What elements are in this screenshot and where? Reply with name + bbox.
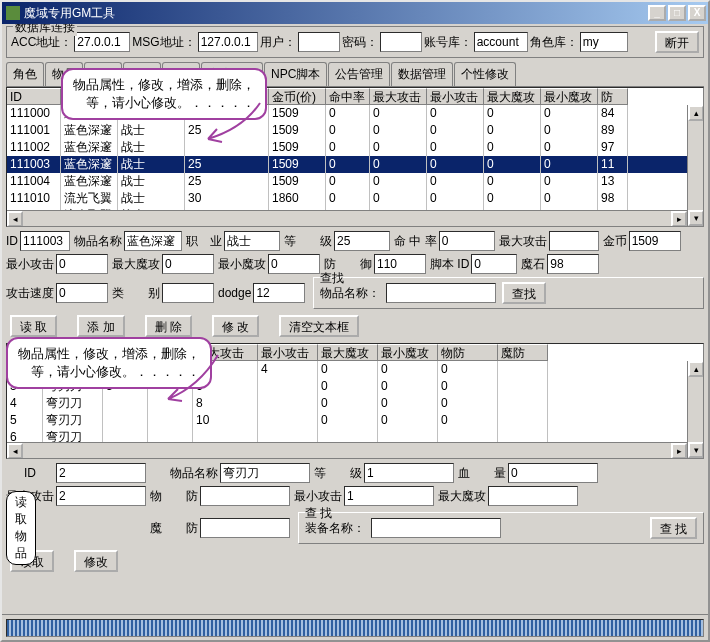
fld-def[interactable]	[374, 254, 426, 274]
col-header[interactable]: 物防	[438, 344, 498, 361]
fld-maxatk-lbl: 最大攻击	[499, 233, 547, 250]
fld-ms-lbl: 魔石	[521, 256, 545, 273]
f2-lv[interactable]	[364, 463, 454, 483]
f2-minatk-lbl: 最小攻击	[294, 488, 342, 505]
scroll-up-icon[interactable]: ▴	[688, 361, 704, 377]
disconnect-button[interactable]: 断开	[655, 31, 699, 53]
add-button[interactable]: 添 加	[77, 315, 124, 337]
f2-minatk[interactable]	[344, 486, 434, 506]
close-button[interactable]: X	[688, 5, 706, 21]
f2-maxatk[interactable]	[56, 486, 146, 506]
scroll-left-icon[interactable]: ◂	[7, 211, 23, 227]
table-row[interactable]: 111001蓝色深邃战士2515090000089	[7, 122, 703, 139]
scroll-down-icon[interactable]: ▾	[688, 210, 704, 226]
msg-label: MSG地址：	[132, 34, 195, 51]
scroll-up-icon[interactable]: ▴	[688, 105, 704, 121]
equip-fields: ID 物品名称 等 级 血 量 最大攻击 物 防 最小攻击 最大魔攻 最小 读取…	[6, 459, 704, 548]
fld-maxmat[interactable]	[162, 254, 214, 274]
fld-type-lbl: 类 别	[112, 285, 160, 302]
table-row[interactable]: 5弯刃刀10000	[7, 412, 703, 429]
tab-8[interactable]: 数据管理	[391, 62, 453, 86]
fld-spd[interactable]	[56, 283, 108, 303]
col-header[interactable]: 最大魔攻	[484, 88, 541, 105]
scroll-right-icon[interactable]: ▸	[671, 211, 687, 227]
modify-button[interactable]: 修 改	[212, 315, 259, 337]
find2-input[interactable]	[371, 518, 501, 538]
col-header[interactable]: 命中率	[326, 88, 370, 105]
scroll-down-icon[interactable]: ▾	[688, 442, 704, 458]
callout-2: 物品属性，修改，增添，删除， 等，请小心修改。．．．．．	[6, 337, 212, 389]
fld-job-lbl: 职 业	[186, 233, 222, 250]
table-row[interactable]: 111010流光飞翼战士3018600000098	[7, 190, 703, 207]
fld-gold[interactable]	[629, 231, 681, 251]
modify2-button[interactable]: 修改	[74, 550, 118, 572]
fld-ms[interactable]	[547, 254, 599, 274]
scroll-right-icon[interactable]: ▸	[671, 443, 687, 459]
col-header[interactable]: 最小魔攻	[541, 88, 598, 105]
fld-minmat-lbl: 最小魔攻	[218, 256, 266, 273]
statusbar	[2, 614, 708, 640]
find-grp-lbl: 查找	[320, 270, 344, 287]
fld-name[interactable]	[124, 231, 182, 251]
col-header[interactable]: 最小魔攻	[378, 344, 438, 361]
pwd-label: 密码：	[342, 34, 378, 51]
f2-mdef[interactable]	[200, 518, 290, 538]
fld-minatk[interactable]	[56, 254, 108, 274]
fld-id[interactable]	[20, 231, 70, 251]
f2-def[interactable]	[200, 486, 290, 506]
table-row[interactable]: 111004蓝色深邃战士2515090000013	[7, 173, 703, 190]
fld-scr[interactable]	[471, 254, 517, 274]
table-row[interactable]: 111003蓝色深邃战士2515090000011	[7, 156, 703, 173]
f2-maxmat[interactable]	[488, 486, 578, 506]
find-name-lbl: 物品名称：	[320, 285, 380, 302]
db-connection-group: 数据库连接 ACC地址： MSG地址： 用户： 密码： 账号库： 角色库： 断开	[6, 26, 704, 58]
tooltip-balloon: 读取物品	[6, 491, 36, 565]
tab-6[interactable]: NPC脚本	[264, 62, 327, 86]
f2-lv-lbl: 等 级	[314, 465, 362, 482]
table-row[interactable]: 111002蓝色深邃战士15090000097	[7, 139, 703, 156]
fld-hit[interactable]	[439, 231, 495, 251]
maximize-button[interactable]: □	[668, 5, 686, 21]
pwd-input[interactable]	[380, 32, 422, 52]
col-header[interactable]: 最小攻击	[258, 344, 318, 361]
col-header[interactable]: 最小攻击	[427, 88, 484, 105]
fld-lv-lbl: 等 级	[284, 233, 332, 250]
fld-minmat[interactable]	[268, 254, 320, 274]
delete-button[interactable]: 删 除	[145, 315, 192, 337]
fld-dodge[interactable]	[253, 283, 305, 303]
tab-0[interactable]: 角色	[6, 62, 44, 86]
fld-scr-lbl: 脚本 ID	[430, 256, 469, 273]
minimize-button[interactable]: _	[648, 5, 666, 21]
col-header[interactable]: 最大攻击	[370, 88, 427, 105]
tab-7[interactable]: 公告管理	[328, 62, 390, 86]
roledb-input[interactable]	[580, 32, 628, 52]
fld-spd-lbl: 攻击速度	[6, 285, 54, 302]
clear-button[interactable]: 清空文本框	[279, 315, 359, 337]
user-input[interactable]	[298, 32, 340, 52]
app-icon	[6, 6, 20, 20]
find-button[interactable]: 查找	[502, 282, 546, 304]
acc-input[interactable]	[74, 32, 130, 52]
f2-name[interactable]	[220, 463, 310, 483]
fld-maxatk[interactable]	[549, 231, 599, 251]
col-header[interactable]: 魔防	[498, 344, 548, 361]
find-name-input[interactable]	[386, 283, 496, 303]
fld-type[interactable]	[162, 283, 214, 303]
msg-input[interactable]	[198, 32, 258, 52]
f2-id[interactable]	[56, 463, 146, 483]
col-header[interactable]: ID	[7, 88, 61, 105]
find2-button[interactable]: 查 找	[650, 517, 697, 539]
col-header[interactable]: 金币(价)	[269, 88, 326, 105]
f2-blood[interactable]	[508, 463, 598, 483]
table-row[interactable]: 4弯刃刀8000	[7, 395, 703, 412]
accdb-input[interactable]	[474, 32, 528, 52]
acc-label: ACC地址：	[11, 34, 72, 51]
fld-lv[interactable]	[334, 231, 390, 251]
fld-job[interactable]	[224, 231, 280, 251]
col-header[interactable]: 最大魔攻	[318, 344, 378, 361]
read-button[interactable]: 读 取	[10, 315, 57, 337]
fld-id-lbl: ID	[6, 234, 18, 248]
col-header[interactable]: 防	[598, 88, 628, 105]
scroll-left-icon[interactable]: ◂	[7, 443, 23, 459]
tab-9[interactable]: 个性修改	[454, 62, 516, 86]
